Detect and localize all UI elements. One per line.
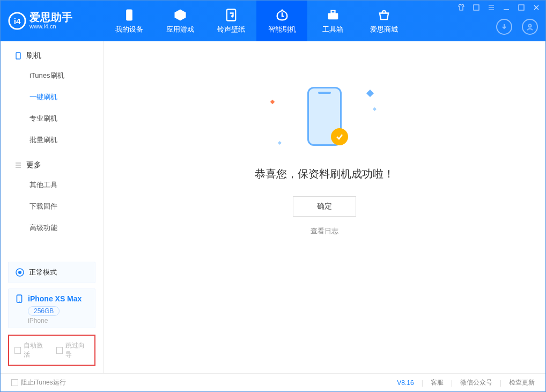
status-bar: 阻止iTunes运行 V8.16 | 客服 | 微信公众号 | 检查更新 <box>1 373 545 391</box>
wechat-link[interactable]: 微信公众号 <box>460 378 492 387</box>
logo-icon: i4 <box>8 12 26 30</box>
menu-icon[interactable] <box>473 4 480 11</box>
user-button[interactable] <box>522 19 538 35</box>
app-logo: i4 爱思助手 www.i4.cn <box>1 1 104 41</box>
capacity-badge: 256GB <box>28 306 60 316</box>
version-label: V8.16 <box>397 379 414 387</box>
sidebar-item-download-firmware[interactable]: 下载固件 <box>1 196 103 217</box>
sidebar-group-more: 更多 <box>1 151 103 174</box>
view-log-link[interactable]: 查看日志 <box>311 226 338 236</box>
tab-smart-flash[interactable]: 智能刷机 <box>256 1 307 41</box>
tab-store[interactable]: 爱思商城 <box>358 1 409 41</box>
body: 刷机 iTunes刷机 一键刷机 专业刷机 批量刷机 更多 其他工具 下载固件 … <box>1 41 545 373</box>
svg-rect-5 <box>331 11 335 13</box>
list-icon[interactable] <box>488 4 495 11</box>
svg-rect-3 <box>226 10 235 21</box>
sidebar-item-oneclick-flash[interactable]: 一键刷机 <box>1 86 103 108</box>
svg-rect-6 <box>474 5 479 10</box>
minimize-button[interactable] <box>503 4 510 11</box>
svg-rect-4 <box>328 13 338 20</box>
svg-point-9 <box>529 25 532 27</box>
sidebar-item-pro-flash[interactable]: 专业刷机 <box>1 108 103 129</box>
device-card[interactable]: iPhone XS Max 256GB iPhone <box>8 289 95 328</box>
svg-text:i4: i4 <box>14 17 21 26</box>
sidebar: 刷机 iTunes刷机 一键刷机 专业刷机 批量刷机 更多 其他工具 下载固件 … <box>1 41 104 373</box>
svg-point-14 <box>19 301 20 302</box>
app-name: 爱思助手 <box>29 12 72 23</box>
close-button[interactable] <box>533 4 540 11</box>
svg-rect-10 <box>16 53 20 59</box>
window-controls <box>458 4 540 11</box>
sidebar-item-itunes-flash[interactable]: iTunes刷机 <box>1 65 103 86</box>
device-type: iPhone <box>28 317 88 324</box>
mode-status-card[interactable]: 正常模式 <box>8 262 95 283</box>
main-tabs: 我的设备 应用游戏 铃声壁纸 智能刷机 工具箱 爱思商城 <box>104 1 409 41</box>
mode-label: 正常模式 <box>29 268 57 277</box>
tab-toolbox[interactable]: 工具箱 <box>307 1 358 41</box>
check-update-link[interactable]: 检查更新 <box>509 378 535 387</box>
confirm-button[interactable]: 确定 <box>293 196 356 217</box>
checkbox-block-itunes[interactable]: 阻止iTunes运行 <box>11 378 66 387</box>
shirt-icon[interactable] <box>458 4 465 11</box>
checkbox-icon <box>56 347 63 354</box>
tab-apps-games[interactable]: 应用游戏 <box>154 1 205 41</box>
svg-rect-2 <box>126 10 132 21</box>
support-link[interactable]: 客服 <box>431 378 444 387</box>
header-circle-buttons <box>496 19 538 35</box>
options-box: 自动激活 跳过向导 <box>8 335 95 366</box>
sidebar-item-advanced[interactable]: 高级功能 <box>1 217 103 239</box>
svg-rect-8 <box>519 5 524 10</box>
check-badge-icon <box>331 128 348 145</box>
title-bar: i4 爱思助手 www.i4.cn 我的设备 应用游戏 铃声壁纸 智能刷机 工具… <box>1 1 545 41</box>
phone-icon <box>15 294 24 303</box>
more-icon <box>14 161 22 169</box>
checkbox-icon <box>11 379 18 386</box>
tab-my-device[interactable]: 我的设备 <box>104 1 154 41</box>
checkbox-auto-activate[interactable]: 自动激活 <box>14 341 48 359</box>
sidebar-item-other-tools[interactable]: 其他工具 <box>1 174 103 196</box>
maximize-button[interactable] <box>518 4 525 11</box>
svg-point-12 <box>18 271 21 274</box>
success-illustration <box>271 84 378 149</box>
main-content: 恭喜您，保资料刷机成功啦！ 确定 查看日志 <box>104 41 545 373</box>
status-icon <box>15 268 25 277</box>
tab-ringtones-wallpaper[interactable]: 铃声壁纸 <box>205 1 256 41</box>
download-button[interactable] <box>496 19 512 35</box>
success-message: 恭喜您，保资料刷机成功啦！ <box>255 167 394 181</box>
sidebar-group-flash: 刷机 <box>1 41 103 65</box>
device-icon <box>14 52 22 60</box>
checkbox-skip-guide[interactable]: 跳过向导 <box>56 341 90 359</box>
app-url: www.i4.cn <box>29 23 72 30</box>
sidebar-item-batch-flash[interactable]: 批量刷机 <box>1 129 103 151</box>
device-name: iPhone XS Max <box>28 294 82 303</box>
checkbox-icon <box>14 347 21 354</box>
